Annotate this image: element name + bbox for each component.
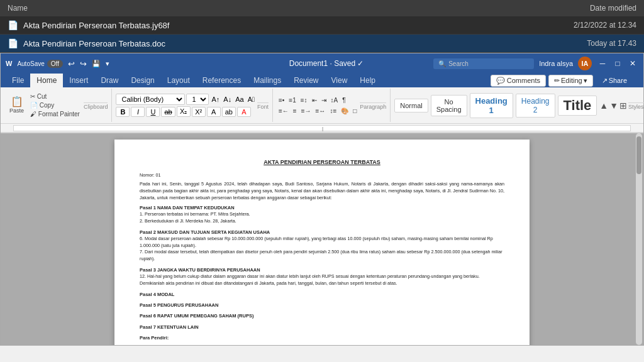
style-title-label: Title: [564, 99, 592, 112]
tab-draw[interactable]: Draw: [94, 74, 125, 87]
tab-design[interactable]: Design: [125, 74, 160, 87]
autosave-toggle-btn[interactable]: Off: [47, 60, 63, 68]
doc-section-2: Pasal 2 MAKSUD DAN TUJUAN SERTA KEGIATAN…: [140, 229, 504, 263]
clipboard-group: 📋 Paste ✂ Cut 📄 Copy 🖌 Format Painter Cl…: [3, 89, 112, 122]
save-icon[interactable]: 💾: [92, 60, 101, 68]
align-right-button[interactable]: ≡→: [299, 106, 313, 116]
font-row-2: B I U ab X₂ X² A ab A: [116, 106, 256, 117]
share-icon: ↗: [602, 77, 608, 85]
para-row-1: ≡• ≡1 ≡↕ ⇤ ⇥ ↕A ¶: [277, 96, 358, 105]
style-normal[interactable]: Normal: [394, 99, 428, 112]
doc-section-4: Pasal 4 MODAL: [140, 291, 504, 298]
search-placeholder: Search: [448, 60, 469, 67]
paste-icon: 📋: [11, 97, 23, 107]
clear-format-button[interactable]: A⃝: [247, 94, 256, 104]
align-left-button[interactable]: ≡←: [277, 106, 291, 116]
user-avatar[interactable]: IA: [578, 57, 592, 70]
multilevel-list-button[interactable]: ≡↕: [299, 96, 309, 105]
doc-section-7: Pasal 7 KETENTUAN LAIN: [140, 324, 504, 331]
superscript-button[interactable]: X²: [192, 107, 206, 117]
undo-icon[interactable]: ↩: [68, 59, 75, 69]
share-button[interactable]: ↗ Share: [596, 75, 633, 86]
style-heading-1[interactable]: Heading 1: [470, 93, 513, 118]
increase-indent-button[interactable]: ⇥: [319, 96, 328, 105]
tab-review[interactable]: Review: [287, 74, 325, 87]
change-case-button[interactable]: Aa: [234, 94, 245, 104]
tab-file[interactable]: File: [6, 74, 30, 87]
styles-scroll-down[interactable]: ▼: [609, 101, 618, 111]
maximize-button[interactable]: □: [612, 58, 623, 69]
format-painter-button[interactable]: 🖌 Format Painter: [28, 110, 82, 118]
font-group: Calibri (Body) 11 A↑ A↓ Aa A⃝ B I U: [112, 89, 273, 122]
strikethrough-button[interactable]: ab: [161, 107, 175, 117]
decrease-indent-button[interactable]: ⇤: [310, 96, 319, 105]
line-spacing-button[interactable]: ↕≡: [328, 106, 338, 116]
style-normal-label: Normal: [400, 102, 422, 109]
tab-view[interactable]: View: [325, 74, 354, 87]
subscript-button[interactable]: X₂: [177, 106, 191, 117]
borders-button[interactable]: □: [351, 106, 358, 116]
shading-button[interactable]: 🎨: [339, 106, 350, 116]
close-button[interactable]: ✕: [627, 58, 638, 69]
autosave-toggle: AutoSave Off: [17, 60, 63, 68]
pencil-icon: ✏: [554, 77, 560, 85]
comments-icon: 💬: [496, 77, 505, 84]
file-row-2[interactable]: 📄 Akta Pendirian Perseroan Terbatas.doc …: [0, 35, 644, 53]
copy-button[interactable]: 📄 Copy: [28, 101, 82, 109]
comments-label: Comments: [507, 77, 540, 84]
scrollbar[interactable]: [636, 133, 642, 345]
scrollbar-thumb[interactable]: [636, 136, 641, 174]
style-no-spacing[interactable]: No Spacing: [431, 95, 467, 116]
tab-layout[interactable]: Layout: [161, 74, 196, 87]
show-formatting-button[interactable]: ¶: [340, 96, 347, 105]
text-highlight-button[interactable]: ab: [222, 107, 236, 117]
doc-section-1-content: 1. Perseroan terbatas ini bernama: PT. M…: [140, 211, 504, 225]
tab-references[interactable]: References: [196, 74, 247, 87]
file-date-2: Today at 17.43: [511, 39, 636, 48]
tab-help[interactable]: Help: [353, 74, 382, 87]
paragraph-group: ≡• ≡1 ≡↕ ⇤ ⇥ ↕A ¶ ≡← ≡ ≡→ ≡↔ ↕≡ 🎨: [273, 89, 391, 122]
style-no-spacing-label: No Spacing: [436, 98, 462, 113]
justify-button[interactable]: ≡↔: [314, 106, 328, 116]
decrease-font-button[interactable]: A↓: [222, 94, 233, 104]
tab-home[interactable]: Home: [30, 74, 63, 87]
ribbon: File Home Insert Draw Design Layout Refe…: [1, 74, 643, 133]
text-effects-button[interactable]: A: [207, 107, 221, 117]
document-page[interactable]: AKTA PENDIRIAN PERSEROAN TERBATAS Nomor:…: [114, 140, 530, 345]
file-row-1[interactable]: 📄 Akta Pendirian Perseroan Terbatas.jy68…: [0, 16, 644, 35]
tab-insert[interactable]: Insert: [63, 74, 94, 87]
increase-font-button[interactable]: A↑: [210, 94, 221, 104]
bold-button[interactable]: B: [116, 107, 130, 117]
doc-section-8: Para Pendiri:: [140, 334, 504, 341]
style-title[interactable]: Title: [558, 96, 597, 116]
numbering-button[interactable]: ≡1: [287, 96, 297, 105]
editing-button[interactable]: ✏ Editing ▾: [548, 75, 593, 87]
align-center-button[interactable]: ≡: [291, 106, 299, 116]
font-color-button[interactable]: A: [237, 107, 251, 117]
customize-icon[interactable]: ▾: [106, 60, 109, 68]
style-heading-2[interactable]: Heading 2: [516, 94, 555, 118]
tab-mailings[interactable]: Mailings: [247, 74, 287, 87]
redo-icon[interactable]: ↪: [80, 59, 87, 69]
bullets-button[interactable]: ≡•: [277, 96, 286, 105]
font-label: Font: [257, 102, 269, 110]
doc-section-2-content: 6. Modal dasar perseroan adalah sebesar …: [140, 236, 504, 263]
para-row-2: ≡← ≡ ≡→ ≡↔ ↕≡ 🎨 □: [277, 106, 358, 116]
font-size-select[interactable]: 11: [186, 94, 209, 105]
style-heading-2-label: Heading 2: [521, 97, 550, 114]
file-name-1: Akta Pendirian Perseroan Terbatas.jy68f: [23, 21, 511, 30]
file-date-1: 2/12/2022 at 12.34: [511, 21, 636, 30]
font-family-select[interactable]: Calibri (Body): [116, 94, 185, 105]
document-nomor: Nomor: 01: [140, 172, 504, 179]
styles-expand[interactable]: ⊞: [619, 101, 627, 111]
comments-button[interactable]: 💬 Comments: [491, 75, 546, 87]
italic-button[interactable]: I: [131, 107, 145, 117]
paste-button[interactable]: 📋 Paste: [7, 96, 26, 115]
minimize-button[interactable]: ─: [597, 58, 608, 69]
sort-button[interactable]: ↕A: [329, 96, 340, 105]
cut-button[interactable]: ✂ Cut: [28, 92, 82, 101]
ribbon-tabs: File Home Insert Draw Design Layout Refe…: [1, 74, 643, 87]
underline-button[interactable]: U: [146, 107, 160, 117]
title-search-box[interactable]: 🔍 Search: [433, 58, 534, 69]
styles-scroll-up[interactable]: ▲: [599, 101, 608, 111]
